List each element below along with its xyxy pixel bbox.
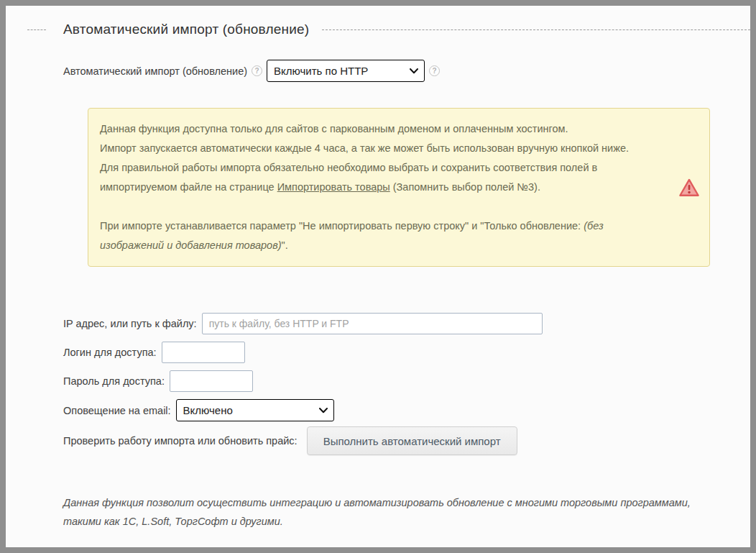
warning-line-2: Импорт запускается автоматически каждые … (100, 139, 666, 158)
help-icon[interactable]: ? (429, 65, 440, 76)
auto-import-mode-row: Автоматический импорт (обновление) ? Вкл… (63, 60, 750, 82)
help-icon[interactable]: ? (252, 65, 262, 76)
run-import-row: Проверить работу импорта или обновить пр… (63, 426, 750, 455)
warning-notice: Данная функция доступна только для сайто… (88, 108, 710, 267)
email-notify-label: Оповещение на email: (63, 405, 171, 416)
warning-line-1: Данная функция доступна только для сайто… (100, 119, 666, 139)
import-goods-link[interactable]: Импортировать товары (277, 181, 390, 193)
email-notify-row: Оповещение на email: Включено (63, 399, 750, 421)
run-import-label: Проверить работу импорта или обновить пр… (63, 435, 298, 447)
email-notify-select[interactable]: Включено (176, 399, 334, 421)
warning-p2-tail: ". (282, 239, 288, 251)
login-row: Логин для доступа: (63, 342, 750, 363)
title-dash-right (322, 29, 750, 30)
login-label: Логин для доступа: (63, 347, 157, 358)
ip-path-label: IP адрес, или путь к файлу: (63, 318, 197, 329)
password-row: Пароль для доступа: (63, 370, 750, 392)
integration-footnote: Данная функция позволит осуществить инте… (63, 493, 709, 531)
warning-line-3-tail: (Запомнить выбор полей №3). (390, 181, 540, 193)
page-title: Автоматический импорт (обновление) (63, 22, 309, 37)
auto-import-mode-select[interactable]: Включить по HTTP (267, 60, 425, 82)
import-settings-form: IP адрес, или путь к файлу: Логин для до… (63, 313, 750, 455)
title-dash-left (27, 29, 46, 30)
ip-path-row: IP адрес, или путь к файлу: (63, 313, 750, 334)
password-label: Пароль для доступа: (63, 375, 165, 387)
warning-triangle-icon (666, 178, 699, 197)
warning-paragraph-1: Данная функция доступна только для сайто… (100, 119, 666, 197)
password-input[interactable] (170, 370, 253, 392)
auto-import-mode-label: Автоматический импорт (обновление) (63, 65, 247, 77)
warning-p2-text: При импорте устанавливается параметр "Не… (100, 220, 584, 232)
warning-text: Данная функция доступна только для сайто… (100, 119, 666, 255)
ip-path-input[interactable] (202, 313, 543, 334)
section-header: Автоматический импорт (обновление) (27, 22, 750, 37)
run-import-button[interactable]: Выполнить автоматический импорт (307, 426, 517, 455)
login-input[interactable] (162, 342, 245, 363)
warning-paragraph-2: При импорте устанавливается параметр "Не… (100, 216, 666, 255)
